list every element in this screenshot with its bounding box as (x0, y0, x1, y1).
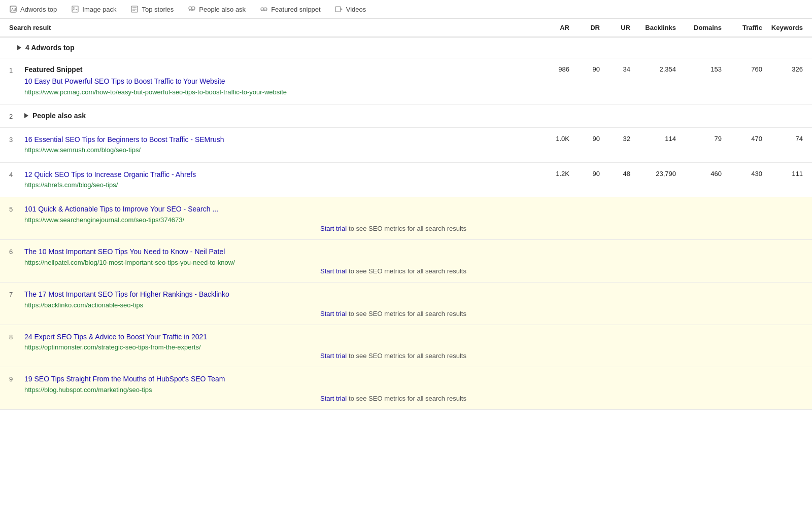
table-row: 4 12 Quick SEO Tips to Increase Organic … (0, 163, 812, 198)
nav-featured-snippet-label: Featured snippet (271, 6, 321, 13)
result-url: https://optinmonster.com/strategic-seo-t… (24, 343, 534, 352)
row-number: 6 (9, 247, 24, 256)
metric-keywords: 74 (762, 135, 803, 143)
result-content: The 17 Most Important SEO Tips for Highe… (24, 290, 534, 310)
start-trial-link[interactable]: Start trial (320, 352, 347, 360)
result-title-link[interactable]: 12 Quick SEO Tips to Increase Organic Tr… (24, 170, 534, 180)
trial-overlay: Start trial to see SEO metrics for all s… (24, 225, 762, 232)
result-content: 101 Quick & Actionable Tips to Improve Y… (24, 204, 534, 225)
table-row-trial: 8 24 Expert SEO Tips & Advice to Boost Y… (0, 325, 812, 368)
result-content: Featured Snippet 10 Easy But Powerful SE… (24, 65, 534, 97)
svg-point-3 (74, 7, 75, 8)
nav-image-pack-label: Image pack (82, 6, 116, 13)
people-also-ask-label: People also ask (32, 112, 86, 120)
row-number: 2 (9, 112, 24, 120)
adwords-group-row[interactable]: 4 Adwords top (0, 38, 812, 58)
col-keywords: Keywords (762, 24, 803, 31)
nav-people-also-ask-label: People also ask (199, 6, 246, 13)
row-number: 5 (9, 204, 24, 213)
trial-text: to see SEO metrics for all search result… (349, 352, 466, 360)
result-url: https://blog.hubspot.com/marketing/seo-t… (24, 385, 534, 395)
metric-domains: 153 (676, 65, 722, 73)
trial-overlay: Start trial to see SEO metrics for all s… (24, 310, 762, 317)
table-row-trial: 5 101 Quick & Actionable Tips to Improve… (0, 197, 812, 240)
table-row-trial: 7 The 17 Most Important SEO Tips for Hig… (0, 282, 812, 325)
people-also-ask-icon (188, 5, 196, 13)
featured-snippet-icon (260, 5, 268, 13)
result-url: https://backlinko.com/actionable-seo-tip… (24, 301, 534, 310)
col-ar: AR (534, 24, 569, 31)
result-title-link[interactable]: The 17 Most Important SEO Tips for Highe… (24, 290, 534, 300)
trial-text: to see SEO metrics for all search result… (349, 267, 466, 275)
people-also-ask-row[interactable]: 2 People also ask (0, 104, 812, 128)
result-content: 24 Expert SEO Tips & Advice to Boost You… (24, 332, 534, 352)
result-title-link[interactable]: 16 Essential SEO Tips for Beginners to B… (24, 135, 534, 145)
svg-rect-2 (72, 6, 78, 12)
nav-top-stories[interactable]: Top stories (130, 5, 174, 13)
row-number: 4 (9, 170, 24, 179)
svg-rect-13 (335, 7, 341, 12)
metric-traffic: 430 (722, 170, 762, 178)
col-search-result: Search result (9, 24, 534, 31)
top-navigation: Ad Adwords top Image pack Top stories Pe… (0, 0, 812, 19)
metric-backlinks: 23,790 (630, 170, 676, 178)
col-backlinks: Backlinks (630, 24, 676, 31)
metric-backlinks: 2,354 (630, 65, 676, 73)
metric-domains: 460 (676, 170, 722, 178)
result-title-link[interactable]: The 10 Most Important SEO Tips You Need … (24, 247, 534, 257)
image-pack-icon (71, 5, 79, 13)
nav-top-stories-label: Top stories (142, 6, 174, 13)
table-row-trial: 9 19 SEO Tips Straight From the Mouths o… (0, 367, 812, 410)
metric-ur: 32 (600, 135, 630, 143)
col-traffic: Traffic (722, 24, 762, 31)
table-header: Search result AR DR UR Backlinks Domains… (0, 19, 812, 38)
metric-dr: 90 (569, 170, 600, 178)
row-number: 9 (9, 374, 24, 383)
result-title-link[interactable]: 24 Expert SEO Tips & Advice to Boost You… (24, 332, 534, 342)
metric-ur: 48 (600, 170, 630, 178)
people-also-ask-content: People also ask (24, 112, 534, 120)
result-title-link[interactable]: 101 Quick & Actionable Tips to Improve Y… (24, 204, 534, 215)
start-trial-link[interactable]: Start trial (320, 310, 347, 317)
nav-videos[interactable]: Videos (335, 5, 366, 13)
nav-featured-snippet[interactable]: Featured snippet (260, 5, 321, 13)
row-number: 3 (9, 135, 24, 144)
col-dr: DR (569, 24, 600, 31)
result-title-link[interactable]: 19 SEO Tips Straight From the Mouths of … (24, 374, 534, 384)
table-row-trial: 6 The 10 Most Important SEO Tips You Nee… (0, 240, 812, 282)
row-number: 1 (9, 65, 24, 74)
trial-overlay: Start trial to see SEO metrics for all s… (24, 395, 762, 402)
nav-videos-label: Videos (346, 6, 366, 13)
trial-overlay: Start trial to see SEO metrics for all s… (24, 267, 762, 275)
adwords-icon: Ad (9, 5, 17, 13)
table-row: 3 16 Essential SEO Tips for Beginners to… (0, 128, 812, 163)
trial-text: to see SEO metrics for all search result… (349, 225, 466, 232)
result-url: https://ahrefs.com/blog/seo-tips/ (24, 181, 534, 190)
start-trial-link[interactable]: Start trial (320, 225, 347, 232)
col-domains: Domains (676, 24, 722, 31)
metric-ar: 986 (534, 65, 569, 73)
start-trial-link[interactable]: Start trial (320, 395, 347, 402)
start-trial-link[interactable]: Start trial (320, 267, 347, 275)
nav-people-also-ask[interactable]: People also ask (188, 5, 246, 13)
nav-adwords-label: Adwords top (20, 6, 57, 13)
svg-marker-14 (341, 8, 343, 10)
col-ur: UR (600, 24, 630, 31)
trial-overlay: Start trial to see SEO metrics for all s… (24, 352, 762, 360)
metric-backlinks: 114 (630, 135, 676, 143)
result-content: The 10 Most Important SEO Tips You Need … (24, 247, 534, 267)
result-title-link[interactable]: 10 Easy But Powerful SEO Tips to Boost T… (24, 77, 534, 87)
metric-ar: 1.2K (534, 170, 569, 178)
metric-traffic: 760 (722, 65, 762, 73)
result-content: 16 Essential SEO Tips for Beginners to B… (24, 135, 534, 155)
videos-icon (335, 5, 343, 13)
trial-text: to see SEO metrics for all search result… (349, 395, 466, 402)
row-number: 7 (9, 290, 24, 298)
nav-adwords-top[interactable]: Ad Adwords top (9, 5, 57, 13)
metric-traffic: 470 (722, 135, 762, 143)
nav-image-pack[interactable]: Image pack (71, 5, 116, 13)
row-number: 8 (9, 332, 24, 341)
svg-text:Ad: Ad (11, 8, 16, 11)
metric-ar: 1.0K (534, 135, 569, 143)
expand-triangle-icon (17, 45, 21, 50)
